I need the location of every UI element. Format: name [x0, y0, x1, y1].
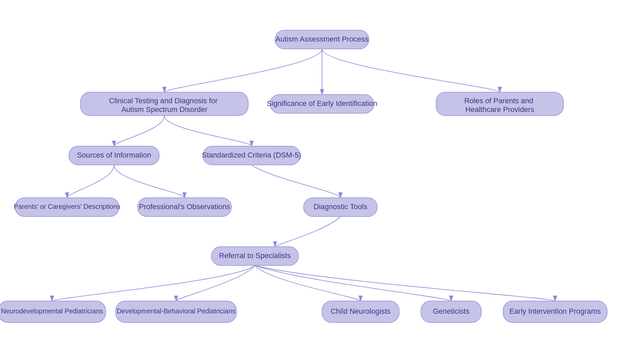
- node-sources: Sources of Information: [69, 146, 159, 165]
- node-parents-desc-label: Parents' or Caregivers' Descriptions: [14, 203, 120, 210]
- node-neuro-ped: Neurodevelopmental Pediatricians: [0, 301, 106, 322]
- node-root-label: Autism Assessment Process: [275, 35, 369, 43]
- node-diag-tools-label: Diagnostic Tools: [314, 202, 367, 211]
- node-roles-label: Roles of Parents and Healthcare Provider…: [464, 97, 535, 114]
- node-clinical: Clinical Testing and Diagnosis for Autis…: [80, 92, 248, 116]
- node-early-int-label: Early Intervention Programs: [509, 307, 601, 315]
- node-root: Autism Assessment Process: [275, 30, 369, 49]
- node-child-neuro-label: Child Neurologists: [331, 307, 391, 315]
- edge-root-roles: [322, 49, 500, 92]
- node-significance-label: Significance of Early Identification: [267, 99, 377, 108]
- edge-referral-geneticists: [255, 265, 451, 301]
- edge-diagtools-referral: [275, 217, 340, 247]
- node-parents-desc: Parents' or Caregivers' Descriptions: [14, 198, 120, 217]
- edge-standardized-diagtools: [252, 165, 340, 198]
- node-dev-ped: Developmental-Behavioral Pediatricians: [116, 301, 236, 322]
- node-sources-label: Sources of Information: [77, 151, 151, 159]
- edge-sources-parents: [67, 165, 114, 198]
- node-roles: Roles of Parents and Healthcare Provider…: [436, 92, 564, 116]
- node-neuro-ped-label: Neurodevelopmental Pediatricians: [1, 307, 103, 315]
- edge-clinical-sources: [114, 116, 164, 146]
- node-clinical-label: Clinical Testing and Diagnosis for Autis…: [109, 97, 220, 114]
- node-referral: Referral to Specialists: [211, 247, 299, 265]
- edge-sources-profobs: [114, 165, 184, 198]
- node-prof-obs: Professional's Observations: [138, 198, 231, 217]
- node-referral-label: Referral to Specialists: [219, 251, 291, 260]
- node-diag-tools: Diagnostic Tools: [304, 198, 377, 217]
- edge-clinical-standardized: [164, 116, 252, 146]
- edge-root-clinical: [164, 49, 322, 92]
- node-standardized-label: Standardized Criteria (DSM-5): [202, 151, 301, 159]
- node-geneticists: Geneticists: [421, 301, 481, 322]
- node-standardized: Standardized Criteria (DSM-5): [202, 146, 301, 165]
- edge-referral-neuroped: [52, 265, 255, 301]
- mind-map-diagram: Autism Assessment Process Clinical Testi…: [0, 0, 644, 362]
- edge-referral-earlyint: [255, 265, 555, 301]
- edge-referral-childneuro: [255, 265, 361, 301]
- node-child-neuro: Child Neurologists: [322, 301, 399, 322]
- node-prof-obs-label: Professional's Observations: [139, 202, 230, 211]
- node-geneticists-label: Geneticists: [433, 307, 470, 315]
- node-dev-ped-label: Developmental-Behavioral Pediatricians: [117, 307, 236, 315]
- node-significance: Significance of Early Identification: [267, 95, 377, 113]
- node-early-int: Early Intervention Programs: [503, 301, 607, 322]
